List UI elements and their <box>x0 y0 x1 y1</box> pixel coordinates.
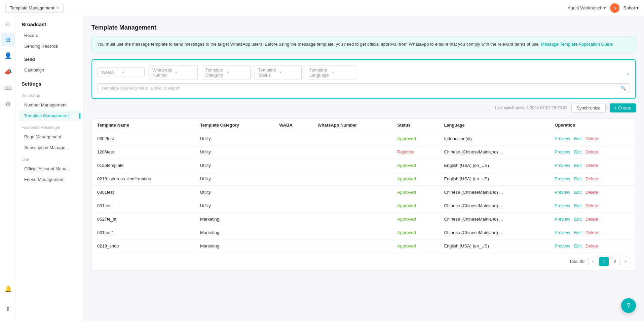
preview-link[interactable]: Preview <box>555 203 570 208</box>
table-header-row: Template Name Template Category WABA Wha… <box>92 119 636 132</box>
cell-waba <box>274 158 312 172</box>
edit-link[interactable]: Edit <box>574 243 581 248</box>
search-icon: 🔍 <box>621 86 626 91</box>
col-template-category: Template Category <box>195 119 274 132</box>
preview-link[interactable]: Preview <box>555 163 570 168</box>
sidebar-item-template-management[interactable]: Template Management <box>19 110 80 121</box>
active-tab[interactable]: Template Management ✕ <box>5 3 64 13</box>
preview-link[interactable]: Preview <box>555 217 570 222</box>
preview-link[interactable]: Preview <box>555 190 570 195</box>
info-link[interactable]: Message Template Application Guide <box>541 42 613 47</box>
sidebar-item-page-management[interactable]: Page Management <box>19 132 80 142</box>
person-icon[interactable]: 👤 <box>1 49 15 62</box>
pagination-next[interactable]: > <box>621 257 630 266</box>
edit-link[interactable]: Edit <box>574 176 581 181</box>
cell-language: Chinese (ChineseMainland) ... <box>439 226 549 239</box>
create-button[interactable]: + Create <box>610 103 636 112</box>
book-icon[interactable]: 📖 <box>1 81 15 95</box>
edit-link[interactable]: Edit <box>574 230 581 235</box>
info-banner: You must use the message template to sen… <box>91 37 636 52</box>
whatsapp-number-placeholder: WhatsApp Number <box>152 67 173 78</box>
agent-workbench-dropdown[interactable]: Agent Workbench ▾ <box>568 5 606 10</box>
cell-operations: Preview Edit Delete <box>549 145 636 158</box>
cell-status: Approved <box>392 132 439 145</box>
upload-icon[interactable]: ⬆ <box>1 302 15 316</box>
delete-link[interactable]: Delete <box>585 203 598 208</box>
sidebar-item-sending-records[interactable]: Sending Records <box>19 41 80 51</box>
delete-link[interactable]: Delete <box>585 217 598 222</box>
template-status-filter[interactable]: Template Status ▾ <box>255 65 302 80</box>
cell-template-name: 031test <box>92 199 195 212</box>
col-template-name: Template Name <box>92 119 195 132</box>
delete-link[interactable]: Delete <box>585 176 598 181</box>
topbar-right: Agent Workbench ▾ S Sobot ▾ <box>568 3 639 13</box>
delete-link[interactable]: Delete <box>585 190 598 195</box>
cell-waba <box>274 132 312 145</box>
sidebar-item-campaign[interactable]: Campaign <box>19 65 80 75</box>
pagination: Total 30 < 1 2 > <box>92 253 636 270</box>
sidebar-item-official-account[interactable]: Official Account Mana... <box>19 164 80 174</box>
sidebar-item-send[interactable]: Send <box>19 54 80 64</box>
whatsapp-group-label: WhatsApp <box>16 89 83 99</box>
pagination-prev[interactable]: < <box>589 257 598 266</box>
preview-link[interactable]: Preview <box>555 149 570 154</box>
topbar: Template Management ✕ Agent Workbench ▾ … <box>0 0 644 16</box>
edit-link[interactable]: Edit <box>574 203 581 208</box>
synchronize-button[interactable]: Synchronize <box>571 103 606 113</box>
cell-language: Indonesian(id) <box>439 132 549 145</box>
template-table: Template Name Template Category WABA Wha… <box>91 118 636 271</box>
cell-whatsapp-number <box>312 145 392 158</box>
sidebar-item-subscription-manage[interactable]: Subscription Manage... <box>19 142 80 153</box>
edit-link[interactable]: Edit <box>574 163 581 168</box>
edit-link[interactable]: Edit <box>574 190 581 195</box>
delete-link[interactable]: Delete <box>585 243 598 248</box>
delete-link[interactable]: Delete <box>585 163 598 168</box>
whatsapp-number-filter[interactable]: WhatsApp Number ▾ <box>149 65 198 80</box>
megaphone-icon[interactable]: 📣 <box>1 65 15 79</box>
edit-link[interactable]: Edit <box>574 149 581 154</box>
pagination-page-2[interactable]: 2 <box>610 257 619 266</box>
help-button[interactable]: ? <box>621 298 636 313</box>
table-row: 0219_address_confirmation Utility Approv… <box>92 172 636 185</box>
preview-link[interactable]: Preview <box>555 230 570 235</box>
search-input[interactable] <box>101 86 619 91</box>
home-icon[interactable]: ⌂ <box>1 17 15 30</box>
col-language: Language <box>439 119 549 132</box>
cell-operations: Preview Edit Delete <box>549 185 636 199</box>
bell-icon[interactable]: 🔔 <box>1 282 15 295</box>
waba-filter[interactable]: WABA ▾ <box>98 67 145 77</box>
edit-link[interactable]: Edit <box>574 136 581 141</box>
cell-whatsapp-number <box>312 212 392 226</box>
cell-whatsapp-number <box>312 172 392 185</box>
template-category-filter[interactable]: Template Category ▾ <box>202 65 251 80</box>
cell-language: Chinese (ChineseMainland) ... <box>439 145 549 158</box>
cell-category: Marketing <box>195 239 274 253</box>
template-category-placeholder: Template Category <box>205 67 225 78</box>
gear-icon[interactable]: ⚙ <box>1 97 15 111</box>
template-language-filter[interactable]: Template Language ▾ <box>306 65 356 80</box>
delete-link[interactable]: Delete <box>585 136 598 141</box>
cell-whatsapp-number <box>312 185 392 199</box>
user-name-dropdown[interactable]: Sobot ▾ <box>623 5 639 10</box>
cell-whatsapp-number <box>312 132 392 145</box>
delete-link[interactable]: Delete <box>585 230 598 235</box>
search-input-wrapper[interactable]: 🔍 <box>98 83 630 93</box>
cell-whatsapp-number <box>312 239 392 253</box>
chevron-down-icon: ▾ <box>279 70 298 75</box>
sidebar-item-record[interactable]: Record <box>19 30 80 41</box>
delete-link[interactable]: Delete <box>585 149 598 154</box>
col-waba: WABA <box>274 119 312 132</box>
sidebar-item-friend-management[interactable]: Friend Management <box>19 174 80 185</box>
cell-template-name: 0219_address_confirmation <box>92 172 195 185</box>
cell-status: Approved <box>392 185 439 199</box>
preview-link[interactable]: Preview <box>555 176 570 181</box>
sidebar-item-number-management[interactable]: Number Management <box>19 100 80 110</box>
preview-link[interactable]: Preview <box>555 243 570 248</box>
close-icon[interactable]: ✕ <box>56 6 59 10</box>
icon-rail: ⌂ ⊞ 👤 📣 📖 ⚙ 🔔 ⬆ <box>0 0 16 321</box>
cell-status: Approved <box>392 212 439 226</box>
preview-link[interactable]: Preview <box>555 136 570 141</box>
edit-link[interactable]: Edit <box>574 217 581 222</box>
grid-icon[interactable]: ⊞ <box>1 33 15 46</box>
pagination-page-1[interactable]: 1 <box>599 257 609 266</box>
